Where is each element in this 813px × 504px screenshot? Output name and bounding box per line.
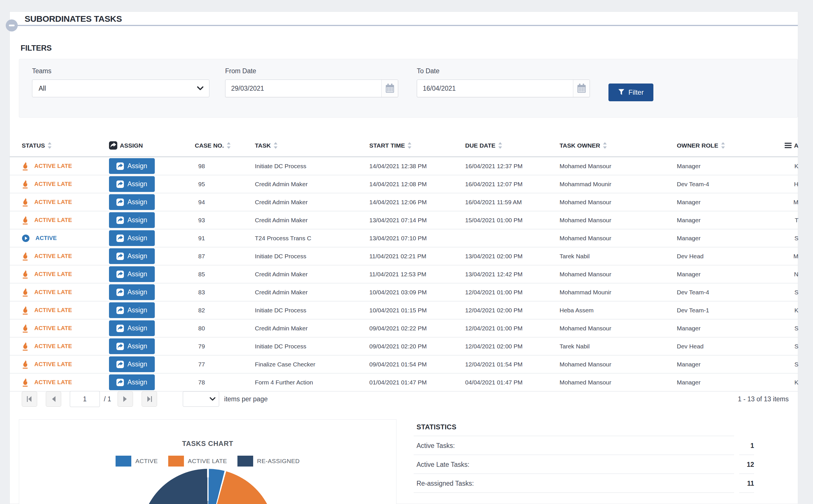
status-badge: ACTIVE LATE (34, 379, 72, 386)
legend-item[interactable]: RE-ASSIGNED (237, 456, 300, 467)
items-per-page-select[interactable] (183, 391, 219, 407)
pagination-bar: / 1 items per page 1 - 13 of 13 items (22, 389, 789, 409)
from-date-calendar-button[interactable] (381, 80, 398, 97)
flame-late-icon (22, 378, 29, 387)
start-time-cell: 14/04/2021 12:06 PM (369, 199, 465, 206)
case-no-cell: 82 (195, 307, 255, 314)
status-badge: ACTIVE LATE (34, 271, 72, 277)
column-header-task-owner[interactable]: TASK OWNER (560, 142, 677, 149)
statistic-label: Active Late Tasks: (417, 461, 469, 469)
statistics-heading: STATISTICS (414, 423, 754, 431)
assign-button[interactable]: Assign (109, 320, 155, 336)
next-page-button[interactable] (118, 391, 133, 407)
status-badge: ACTIVE LATE (34, 163, 72, 169)
filter-button[interactable]: Filter (608, 84, 653, 101)
case-no-cell: 91 (195, 235, 255, 242)
column-header-truncated[interactable]: A (783, 142, 798, 149)
minus-icon (9, 25, 15, 26)
task-cell: Credit Admin Maker (255, 199, 369, 206)
last-page-button[interactable] (142, 391, 157, 407)
column-header-case-no[interactable]: CASE NO. (195, 142, 255, 149)
owner-role-cell: Manager (677, 217, 783, 224)
to-date-label: To Date (417, 67, 590, 75)
last-page-icon (146, 396, 152, 402)
section-divider (10, 25, 798, 26)
chart-legend: ACTIVEACTIVE LATERE-ASSIGNED (19, 456, 396, 467)
column-header-start-time[interactable]: START TIME (369, 142, 465, 149)
case-no-cell: 98 (195, 163, 255, 170)
start-time-cell: 14/04/2021 12:38 PM (369, 163, 465, 170)
column-header-status[interactable]: STATUS (22, 142, 109, 149)
legend-item[interactable]: ACTIVE LATE (168, 456, 227, 467)
assign-button[interactable]: Assign (109, 266, 155, 282)
assign-icon (116, 361, 124, 368)
legend-item[interactable]: ACTIVE (116, 456, 158, 467)
assign-icon (116, 379, 124, 386)
due-date-cell: 15/04/2021 01:00 PM (465, 217, 560, 224)
column-header-task[interactable]: TASK (255, 142, 369, 149)
first-page-button[interactable] (22, 391, 37, 407)
statistic-value: 11 (747, 480, 754, 487)
assign-button-label: Assign (127, 198, 147, 206)
assign-button[interactable]: Assign (109, 176, 155, 192)
page-number-input[interactable] (70, 391, 100, 407)
items-per-page-label: items per page (224, 395, 268, 403)
column-header-assign[interactable]: ASSIGN (109, 141, 195, 150)
assign-button[interactable]: Assign (109, 284, 155, 300)
teams-select[interactable]: All (32, 80, 209, 97)
assign-button[interactable]: Assign (109, 194, 155, 210)
task-cell: Finalize Case Checker (255, 361, 369, 368)
prev-page-button[interactable] (46, 391, 61, 407)
assign-icon (116, 217, 124, 224)
task-owner-cell: Mohamed Mansour (560, 379, 677, 386)
column-header-owner-role[interactable]: OWNER ROLE (677, 142, 783, 149)
assign-button-label: Assign (127, 216, 147, 224)
teams-filter-group: Teams All (32, 67, 209, 97)
start-time-cell: 13/04/2021 07:10 PM (369, 235, 465, 242)
flame-late-icon (22, 288, 29, 297)
to-date-calendar-button[interactable] (573, 80, 590, 97)
column-header-due-date[interactable]: DUE DATE (465, 142, 560, 149)
sort-icon (498, 142, 502, 149)
task-cell: Credit Admin Maker (255, 217, 369, 224)
assign-button[interactable]: Assign (109, 356, 155, 372)
assign-button[interactable]: Assign (109, 302, 155, 318)
owner-role-cell: Manager (677, 325, 783, 332)
statistic-label: Re-assigned Tasks: (417, 480, 474, 487)
table-row: ACTIVE LATE Assign 95 Credit Admin Maker… (10, 175, 798, 193)
flame-late-icon (22, 162, 29, 170)
assign-button[interactable]: Assign (109, 212, 155, 228)
owner-role-cell: Dev Head (677, 253, 783, 260)
to-date-input[interactable] (417, 80, 573, 97)
task-owner-cell: Heba Assem (560, 307, 677, 314)
due-date-cell: 16/04/2021 11:59 AM (465, 199, 560, 206)
assign-button[interactable]: Assign (109, 374, 155, 390)
from-date-input[interactable] (225, 80, 381, 97)
assign-button[interactable]: Assign (109, 338, 155, 354)
assign-button-label: Assign (127, 252, 147, 260)
truncated-cell: S (783, 361, 798, 368)
play-active-icon (22, 234, 30, 242)
assign-button[interactable]: Assign (109, 248, 155, 264)
calendar-icon (385, 84, 394, 93)
assign-icon (116, 180, 124, 188)
flame-late-icon (22, 252, 29, 261)
truncated-cell: N (783, 271, 798, 278)
task-owner-cell: Mohamed Mansour (560, 217, 677, 224)
chevron-down-icon (210, 397, 215, 401)
assign-icon (116, 253, 124, 260)
task-cell: Credit Admin Maker (255, 181, 369, 188)
statistic-row: Active Tasks:1 (414, 436, 754, 455)
collapse-section-button[interactable] (6, 19, 18, 31)
tasks-pie-chart (141, 469, 275, 504)
assign-button[interactable]: Assign (109, 158, 155, 174)
tasks-chart-card: TASKS CHART ACTIVEACTIVE LATERE-ASSIGNED (19, 419, 396, 504)
first-page-icon (26, 396, 33, 402)
task-owner-cell: Mohamed Mansour (560, 235, 677, 242)
assign-icon (116, 235, 124, 242)
assign-icon (116, 325, 124, 332)
assign-button[interactable]: Assign (109, 230, 155, 246)
sort-icon (273, 142, 278, 149)
assign-button-label: Assign (127, 234, 147, 242)
due-date-cell: 12/04/2021 02:00 PM (465, 307, 560, 314)
